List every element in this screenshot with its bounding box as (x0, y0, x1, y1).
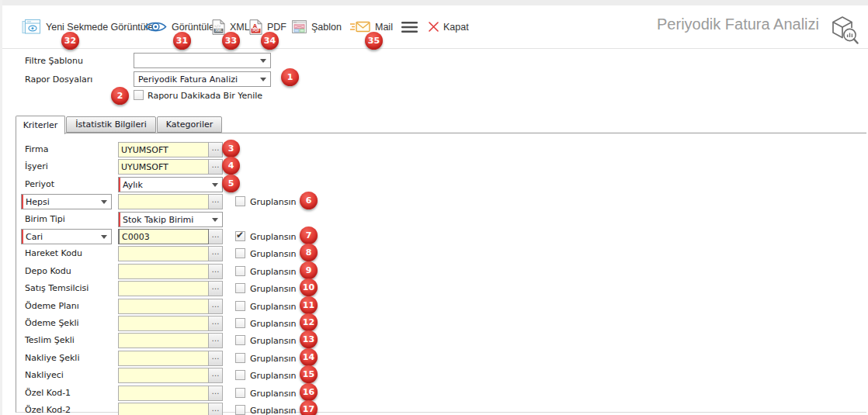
lookup-ellipsis-button[interactable] (209, 264, 223, 279)
field-select[interactable]: Aylık (118, 177, 223, 192)
lookup-input[interactable] (118, 299, 209, 314)
goruntule-button[interactable]: Görüntüle (144, 5, 214, 48)
auto-refresh-label: Raporu Dakikada Bir Yenile (148, 91, 262, 101)
lookup-field (118, 351, 223, 366)
tab-kriterler[interactable]: Kriterler (16, 116, 65, 134)
tab-istatistik-bilgileri[interactable]: İstatistik Bilgileri (66, 116, 156, 133)
lookup-input[interactable] (118, 159, 209, 175)
lookup-input[interactable] (118, 229, 209, 244)
criteria-panel: FirmaİşyeriPeriyotAylıkHepsiGruplansınBi… (16, 133, 866, 413)
lookup-ellipsis-button[interactable] (209, 229, 223, 244)
criteria-row: Ödeme ŞekliGruplansın (16, 316, 866, 331)
tab-label: Kategoriler (166, 119, 213, 130)
criteria-row: Depo KoduGruplansın (16, 264, 866, 279)
mail-button-label: Mail (375, 22, 393, 33)
criteria-type-select-value: Cari (26, 232, 99, 242)
field-select-value: Stok Takip Birimi (123, 215, 210, 225)
criteria-type-select[interactable]: Cari (21, 229, 112, 244)
gruplansin-checkbox[interactable] (235, 353, 245, 363)
lookup-ellipsis-button[interactable] (209, 159, 223, 175)
svg-text:XML: XML (215, 29, 223, 33)
lookup-ellipsis-button[interactable] (209, 281, 223, 296)
lookup-input[interactable] (118, 351, 209, 366)
gruplansin-label: Gruplansın (250, 319, 297, 329)
gruplansin-label: Gruplansın (250, 249, 297, 259)
lookup-field (118, 403, 223, 415)
field-label: İşyeri (25, 161, 48, 171)
rapor-dosyalari-label: Rapor Dosyaları (25, 74, 92, 85)
lookup-ellipsis-button[interactable] (209, 386, 223, 401)
gruplansin-label: Gruplansın (250, 371, 297, 381)
lookup-ellipsis-button[interactable] (209, 368, 223, 383)
field-label: Satış Temsilcisi (25, 283, 89, 293)
lookup-input[interactable] (118, 316, 209, 331)
tab-kategoriler[interactable]: Kategoriler (157, 116, 222, 133)
sablon-button[interactable]: Şablon (292, 5, 342, 48)
gruplansin-checkbox[interactable] (235, 335, 245, 345)
mail-button[interactable]: Mail (350, 5, 393, 48)
gruplansin-label: Gruplansın (250, 406, 297, 415)
lookup-input[interactable] (118, 264, 209, 279)
gruplansin-checkbox[interactable] (235, 231, 245, 241)
gruplansin-checkbox[interactable] (235, 283, 245, 293)
rapor-dosyalari-select[interactable]: Periyodik Fatura Analizi (134, 71, 271, 87)
lookup-input[interactable] (118, 386, 209, 401)
tab-label: İstatistik Bilgileri (75, 119, 146, 130)
gruplansin-label: Gruplansın (250, 197, 297, 207)
criteria-row: İşyeri (16, 159, 866, 175)
auto-refresh-checkbox[interactable] (134, 90, 144, 100)
field-label: Depo Kodu (25, 266, 71, 276)
lookup-input[interactable] (118, 194, 209, 209)
lookup-input[interactable] (118, 403, 209, 415)
sablon-button-label: Şablon (311, 22, 342, 33)
criteria-type-select[interactable]: Hepsi (21, 194, 112, 209)
field-label: Nakliye Şekli (25, 353, 79, 363)
gruplansin-checkbox[interactable] (235, 370, 245, 380)
criteria-row: NakliyeciGruplansın (16, 368, 866, 383)
gruplansin-checkbox[interactable] (235, 405, 245, 415)
lookup-ellipsis-button[interactable] (209, 299, 223, 314)
lookup-input[interactable] (118, 333, 209, 348)
gruplansin-checkbox[interactable] (235, 301, 245, 311)
menu-button[interactable] (401, 5, 418, 48)
lookup-input[interactable] (118, 142, 209, 157)
criteria-row: Özel Kod-2Gruplansın (16, 403, 866, 415)
lookup-ellipsis-button[interactable] (209, 333, 223, 348)
lookup-field (118, 142, 223, 157)
kapat-button[interactable]: Kapat (429, 5, 469, 48)
lookup-ellipsis-button[interactable] (209, 246, 223, 261)
yeni-sekmede-goruntule-button-label: Yeni Sekmede Görüntüle (46, 22, 154, 33)
gruplansin-checkbox[interactable] (235, 266, 245, 276)
lookup-ellipsis-button[interactable] (209, 194, 223, 209)
eye-icon (144, 20, 167, 33)
lookup-field (118, 368, 223, 383)
criteria-row: CariGruplansın (16, 229, 866, 244)
gruplansin-checkbox[interactable] (235, 248, 245, 258)
gruplansin-label: Gruplansın (250, 284, 297, 294)
field-select[interactable]: Stok Takip Birimi (118, 212, 223, 227)
field-label: Ödeme Şekli (25, 318, 79, 328)
criteria-row: HepsiGruplansın (16, 194, 866, 209)
criteria-row: Teslim ŞekliGruplansın (16, 333, 866, 348)
lookup-ellipsis-button[interactable] (209, 316, 223, 331)
lookup-ellipsis-button[interactable] (209, 403, 223, 415)
lookup-ellipsis-button[interactable] (209, 351, 223, 366)
pdf-button[interactable]: APDFPDF (249, 5, 286, 48)
yeni-sekmede-goruntule-button[interactable]: Yeni Sekmede Görüntüle (22, 5, 154, 48)
gruplansin-checkbox[interactable] (235, 196, 245, 206)
field-label: Hareket Kodu (25, 248, 82, 258)
lookup-input[interactable] (118, 246, 209, 261)
hamburger-icon (401, 21, 418, 33)
lookup-ellipsis-button[interactable] (209, 142, 223, 157)
gruplansin-label: Gruplansın (250, 389, 297, 399)
gruplansin-label: Gruplansın (250, 354, 297, 364)
gruplansin-checkbox[interactable] (235, 388, 245, 398)
svg-text:</>: </> (214, 23, 221, 27)
pdf-file-icon: APDF (249, 19, 262, 35)
gruplansin-checkbox[interactable] (235, 318, 245, 328)
xml-button[interactable]: </>XMLXML (212, 5, 250, 48)
filtre-sablonu-select[interactable] (134, 53, 271, 68)
lookup-input[interactable] (118, 281, 209, 296)
close-icon (429, 22, 439, 32)
lookup-input[interactable] (118, 368, 209, 383)
